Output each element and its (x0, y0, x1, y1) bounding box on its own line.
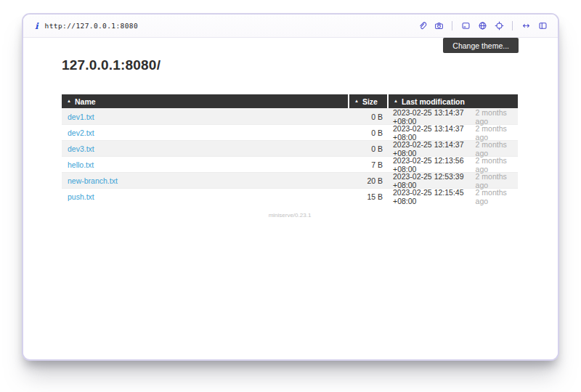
file-modified-cell: 2023-02-25 13:14:37 +08:00 2 months ago (387, 108, 518, 126)
browser-window: i http://127.0.0.1:8080 (22, 13, 559, 361)
file-size-cell: 15 B (348, 192, 387, 201)
console-window-icon[interactable] (460, 21, 471, 31)
column-header-label: Name (75, 97, 96, 106)
file-name-cell: dev1.txt (62, 113, 348, 121)
column-header-size[interactable]: ▲ Size (348, 94, 387, 108)
file-name-cell: new-branch.txt (62, 176, 348, 185)
file-modified-cell: 2023-02-25 12:15:45 +08:00 2 months ago (387, 188, 518, 205)
file-modified-cell: 2023-02-25 12:13:56 +08:00 2 months ago (387, 156, 518, 173)
toolbar-icon-group (417, 21, 548, 31)
column-header-label: Size (362, 97, 378, 106)
file-name-cell: push.txt (62, 192, 348, 201)
modified-relative: 2 months ago (476, 172, 515, 189)
modified-timestamp: 2023-02-25 13:14:37 +08:00 (393, 124, 476, 142)
file-link[interactable]: dev1.txt (68, 113, 94, 121)
link-icon[interactable] (417, 21, 427, 31)
table-body: dev1.txt 0 B 2023-02-25 13:14:37 +08:00 … (62, 108, 518, 204)
sort-asc-icon: ▲ (394, 99, 398, 103)
sidebar-icon[interactable] (537, 21, 548, 31)
modified-timestamp: 2023-02-25 12:15:45 +08:00 (393, 188, 476, 205)
modified-timestamp: 2023-02-25 12:13:56 +08:00 (393, 156, 476, 173)
modified-timestamp: 2023-02-25 13:14:37 +08:00 (393, 140, 476, 158)
table-row: push.txt 15 B 2023-02-25 12:15:45 +08:00… (62, 188, 518, 204)
modified-relative: 2 months ago (476, 140, 515, 158)
modified-timestamp: 2023-02-25 12:53:39 +08:00 (393, 172, 476, 189)
modified-relative: 2 months ago (476, 188, 515, 205)
resize-arrows-icon[interactable] (521, 21, 531, 31)
modified-relative: 2 months ago (476, 124, 515, 142)
column-header-modified[interactable]: ▲ Last modification (387, 94, 518, 108)
modified-relative: 2 months ago (476, 156, 515, 173)
table-row: dev3.txt 0 B 2023-02-25 13:14:37 +08:00 … (62, 140, 518, 156)
server-version: miniserve/0.23.1 (62, 212, 518, 219)
table-row: dev1.txt 0 B 2023-02-25 13:14:37 +08:00 … (62, 108, 518, 124)
file-size-cell: 0 B (348, 113, 387, 121)
file-link[interactable]: new-branch.txt (68, 176, 118, 185)
file-size-cell: 7 B (348, 160, 387, 169)
sort-asc-icon: ▲ (67, 99, 71, 103)
change-theme-button[interactable]: Change theme... (443, 38, 519, 53)
toolbar-divider (452, 21, 452, 30)
column-header-label: Last modification (402, 97, 465, 106)
target-icon[interactable] (494, 21, 504, 31)
file-name-cell: dev2.txt (62, 128, 348, 137)
modified-timestamp: 2023-02-25 13:14:37 +08:00 (393, 108, 476, 126)
file-size-cell: 20 B (348, 176, 387, 185)
table-header-row: ▲ Name ▲ Size ▲ Last modification (62, 94, 518, 108)
page-title: 127.0.0.1:8080/ (62, 57, 161, 73)
file-name-cell: dev3.txt (62, 144, 348, 153)
file-modified-cell: 2023-02-25 13:14:37 +08:00 2 months ago (387, 124, 518, 142)
file-link[interactable]: dev3.txt (68, 144, 94, 153)
file-size-cell: 0 B (348, 128, 387, 137)
info-icon[interactable]: i (35, 22, 38, 30)
file-link[interactable]: dev2.txt (68, 128, 94, 137)
file-size-cell: 0 B (348, 144, 387, 153)
table-row: new-branch.txt 20 B 2023-02-25 12:53:39 … (62, 172, 518, 188)
column-header-name[interactable]: ▲ Name (62, 94, 348, 108)
file-link[interactable]: hello.txt (68, 160, 94, 169)
sort-asc-icon: ▲ (354, 99, 359, 103)
page-content: Change theme... 127.0.0.1:8080/ ▲ Name ▲… (23, 38, 558, 359)
address-bar[interactable]: i http://127.0.0.1:8080 (35, 22, 138, 30)
table-row: hello.txt 7 B 2023-02-25 12:13:56 +08:00… (62, 156, 518, 172)
url-text[interactable]: http://127.0.0.1:8080 (45, 22, 139, 30)
browser-toolbar: i http://127.0.0.1:8080 (23, 15, 558, 38)
table-row: dev2.txt 0 B 2023-02-25 13:14:37 +08:00 … (62, 124, 518, 140)
file-table: ▲ Name ▲ Size ▲ Last modification de (62, 94, 518, 204)
file-modified-cell: 2023-02-25 12:53:39 +08:00 2 months ago (387, 172, 518, 189)
toolbar-divider (512, 21, 513, 30)
camera-icon[interactable] (434, 21, 444, 31)
file-modified-cell: 2023-02-25 13:14:37 +08:00 2 months ago (387, 140, 518, 158)
modified-relative: 2 months ago (476, 108, 515, 126)
globe-icon[interactable] (477, 21, 487, 31)
file-name-cell: hello.txt (62, 160, 348, 169)
file-link[interactable]: push.txt (68, 192, 94, 201)
